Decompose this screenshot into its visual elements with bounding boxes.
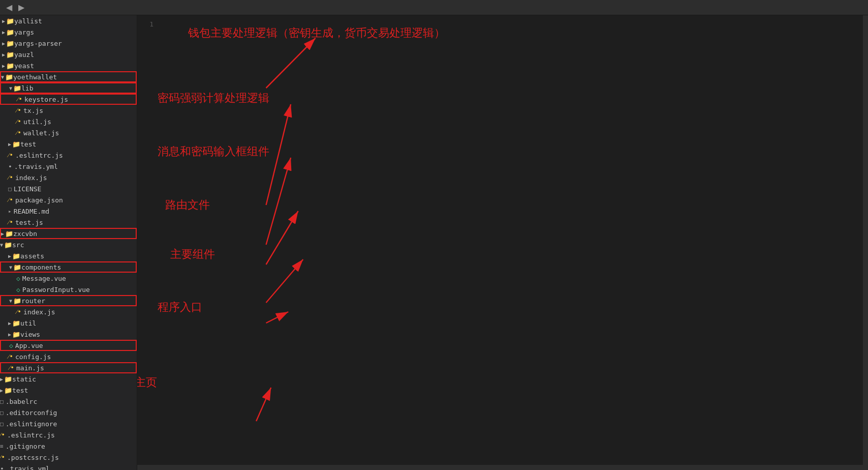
tree-item-readme[interactable]: ▸ README.md: [0, 205, 137, 217]
item-label: package.json: [15, 196, 63, 204]
tree-item-zxcvbn[interactable]: ▶ 📁 zxcvbn: [0, 228, 137, 239]
arrow-icon: ▶: [2, 41, 5, 46]
file-icon: ⁄•: [8, 151, 13, 159]
file-icon: ⁄•: [8, 196, 13, 204]
item-label: assets: [20, 252, 44, 260]
folder-icon: 📁: [13, 297, 21, 305]
folder-icon: 📁: [12, 252, 20, 260]
nav-back-button[interactable]: ◀: [4, 4, 14, 12]
tree-item-index-js[interactable]: ⁄• index.js: [0, 172, 137, 183]
editor-area: 1: [137, 15, 868, 470]
tree-item-editorconfig[interactable]: □ .editorconfig: [0, 407, 137, 418]
item-label: test: [12, 387, 28, 394]
tree-item-postcssrc-js[interactable]: ⁄• .postcssrc.js: [0, 452, 137, 463]
tree-item-package-json[interactable]: ⁄• package.json: [0, 194, 137, 205]
annotation-text-1: 钱包主要处理逻辑（密钥生成，货币交易处理逻辑）: [188, 25, 445, 41]
tree-item-app-vue[interactable]: ◇ App.vue: [0, 340, 137, 351]
tree-item-lib[interactable]: ▼ 📁 lib: [0, 82, 137, 94]
tree-item-router[interactable]: ▼ 📁 router: [0, 295, 137, 306]
tree-item-yeast[interactable]: ▶ 📁 yeast: [0, 60, 137, 71]
annotation-text-7: 主页: [137, 375, 157, 390]
tree-item-gitignore[interactable]: ≡ .gitignore: [0, 440, 137, 452]
file-icon: □: [8, 186, 12, 192]
tree-item-test[interactable]: ▶ 📁 test: [0, 138, 137, 150]
folder-icon: 📁: [6, 28, 14, 36]
tree-item-eslintrc-js-root[interactable]: ⁄• .eslintrc.js: [0, 429, 137, 440]
arrow-icon: ▶: [2, 52, 5, 57]
tree-item-travis-yml-root[interactable]: • .travis.yml: [0, 463, 137, 470]
folder-icon: 📁: [12, 331, 20, 338]
tree-item-tx-js[interactable]: ⁄• tx.js: [0, 105, 137, 116]
tree-item-test-js[interactable]: ⁄• test.js: [0, 217, 137, 228]
tree-item-main-js[interactable]: ⁄• main.js: [0, 362, 137, 373]
file-icon: ◇: [16, 275, 20, 282]
file-icon: ⁄•: [0, 453, 5, 461]
item-label: .gitignore: [6, 443, 45, 450]
file-icon: ⁄•: [16, 308, 21, 316]
tree-item-yargs-parser[interactable]: ▶ 📁 yargs-parser: [0, 38, 137, 49]
arrow-icon: ▶: [0, 376, 3, 382]
scrollbar-vertical[interactable]: [863, 15, 868, 465]
arrow-icon: ▼: [1, 74, 4, 80]
arrow-icon: ▼: [9, 298, 12, 304]
annotation-text-4: 路由文件: [165, 197, 210, 213]
tree-item-license[interactable]: □ LICENSE: [0, 183, 137, 194]
item-label: .postcssrc.js: [7, 454, 59, 461]
tree-item-components[interactable]: ▼ 📁 components: [0, 261, 137, 273]
folder-icon: 📁: [13, 84, 21, 92]
folder-icon: 📁: [4, 375, 12, 383]
file-icon: ≡: [0, 443, 4, 450]
tree-item-config-js[interactable]: ⁄• config.js: [0, 351, 137, 362]
file-icon: ⁄•: [8, 352, 13, 361]
file-icon: ⁄•: [16, 129, 21, 137]
item-label: config.js: [15, 353, 51, 361]
tree-item-babelrc[interactable]: □ .babelrc: [0, 396, 137, 407]
file-icon: ▸: [8, 208, 12, 215]
tree-item-assets[interactable]: ▶ 📁 assets: [0, 250, 137, 261]
item-label: README.md: [14, 208, 49, 215]
file-icon: □: [0, 398, 4, 405]
tree-item-util-js[interactable]: ⁄• util.js: [0, 116, 137, 127]
file-icon: ⁄•: [0, 431, 5, 439]
arrow-icon: ▶: [1, 231, 4, 237]
annotations: 钱包主要处理逻辑（密钥生成，货币交易处理逻辑） 密码强弱计算处理逻辑 消息和密码…: [158, 15, 868, 470]
folder-icon: 📁: [12, 319, 20, 327]
item-label: test: [20, 140, 36, 148]
item-label: .babelrc: [6, 398, 38, 405]
tree-item-wallet-js[interactable]: ⁄• wallet.js: [0, 127, 137, 138]
item-label: tx.js: [23, 107, 43, 114]
tree-item-passwordinput-vue[interactable]: ◇ PasswordInput.vue: [0, 284, 137, 295]
item-label: yeast: [14, 62, 34, 70]
item-label: test.js: [15, 219, 43, 226]
tree-item-static[interactable]: ▶ 📁 static: [0, 373, 137, 385]
file-tree[interactable]: ▶ 📁 yallist ▶ 📁 yargs ▶ 📁 yargs-parser ▶…: [0, 15, 137, 470]
arrow-icon: ▶: [8, 332, 11, 337]
tree-item-eslintignore[interactable]: □ .eslintignore: [0, 418, 137, 429]
line-number-1: 1: [137, 19, 158, 29]
tree-item-util[interactable]: ▶ 📁 util: [0, 317, 137, 329]
tree-item-yallist[interactable]: ▶ 📁 yallist: [0, 15, 137, 26]
item-label: src: [12, 241, 24, 249]
nav-forward-button[interactable]: ▶: [16, 4, 26, 12]
file-icon: ⁄•: [8, 218, 13, 226]
svg-line-5: [266, 259, 303, 303]
arrow-icon: ▼: [9, 265, 12, 270]
tree-item-travis-yml[interactable]: • .travis.yml: [0, 161, 137, 172]
tree-item-message-vue[interactable]: ◇ Message.vue: [0, 273, 137, 284]
tree-item-views[interactable]: ▶ 📁 views: [0, 329, 137, 340]
item-label: views: [20, 331, 40, 338]
scrollbar-horizontal[interactable]: [137, 465, 868, 470]
folder-icon: 📁: [6, 62, 14, 70]
tree-item-keystore-js[interactable]: ⁄• keystore.js: [0, 94, 137, 105]
tree-item-yoethwallet[interactable]: ▼ 📁 yoethwallet: [0, 71, 137, 82]
item-label: App.vue: [15, 342, 43, 349]
folder-icon: 📁: [5, 230, 13, 238]
tree-item-eslintrc-js[interactable]: ⁄• .eslintrc.js: [0, 150, 137, 161]
tree-item-src[interactable]: ▼ 📁 src: [0, 239, 137, 250]
file-icon: ◇: [9, 342, 13, 349]
tree-item-yargs[interactable]: ▶ 📁 yargs: [0, 26, 137, 38]
tree-item-router-index-js[interactable]: ⁄• index.js: [0, 306, 137, 317]
tree-item-test-root[interactable]: ▶ 📁 test: [0, 385, 137, 396]
tree-item-yauzl[interactable]: ▶ 📁 yauzl: [0, 49, 137, 60]
arrow-icon: ▶: [2, 18, 5, 24]
